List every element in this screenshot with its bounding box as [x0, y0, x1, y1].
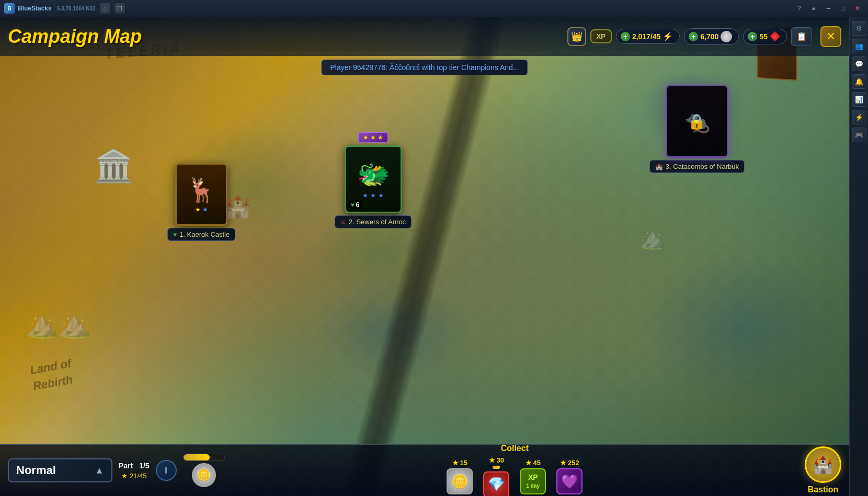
rank-badge: 👑 — [567, 27, 586, 46]
silver-resource[interactable]: + 6,700 — [684, 28, 739, 45]
part-info: Part 1/5 ★ 21/45 — [119, 462, 150, 480]
mountains-decoration: ⛰️⛰️ — [26, 309, 91, 339]
app-name: BlueStacks — [18, 5, 52, 12]
silver-reward-icon: 🪙 — [451, 474, 468, 490]
app-logo: B BlueStacks 5.3.70.1004 N32 — [4, 3, 96, 14]
xp-reward-icon: XP1 day — [527, 474, 540, 490]
app-version: 5.3.70.1004 N32 — [57, 6, 96, 11]
collect-gem-count: 30 — [497, 456, 504, 464]
part-star-icon: ★ — [121, 472, 128, 480]
chat-message: Player 95428776: Ăĉĉōůntš with top tier … — [330, 63, 519, 72]
bottom-star-1: ★ — [362, 192, 368, 199]
chevron-up-icon: ▲ — [95, 465, 104, 476]
energy-plus-icon[interactable]: + — [621, 32, 630, 41]
energy-value: 2,017/45 — [632, 32, 661, 41]
location-1-stars: ★ ★ — [195, 206, 208, 213]
collect-item-xp: ★ 45 XP1 day — [520, 459, 546, 494]
location-2-card: 🐲 ★ ★ ★ ♥ 6 — [345, 145, 402, 213]
energy-bar-widget: 🪙 — [183, 454, 225, 487]
location-3-label: 🏰 3. Catacombs of Narbuk — [649, 160, 745, 173]
close-app-button[interactable]: ✕ — [851, 4, 864, 13]
location-1-marker[interactable]: 🦌 ★ ★ ♥ 1. Kaerok Castle — [167, 163, 235, 241]
collect-shard-star: ★ 252 — [560, 459, 579, 467]
collect-silver-count: 15 — [460, 459, 467, 467]
collect-xp-star: ★ 45 — [526, 459, 541, 467]
collect-star-icon-1: ★ — [452, 459, 459, 467]
heart-count: 6 — [356, 201, 360, 209]
info-button[interactable]: i — [156, 460, 177, 481]
location-3-lock-overlay: 🔒 — [667, 86, 727, 156]
location-2-heart: ♥ 6 — [348, 200, 362, 210]
sidebar-btn-7[interactable]: 🎮 — [852, 128, 866, 142]
sidebar-btn-2[interactable]: 👥 — [852, 39, 866, 53]
sidebar-btn-1[interactable]: ⚙ — [852, 21, 866, 36]
location-2-sword-icon: ⚔ — [340, 218, 346, 226]
collect-xp-count: 45 — [533, 459, 541, 467]
heart-icon: ♥ — [351, 201, 355, 209]
home-icon[interactable]: ⌂ — [100, 3, 110, 14]
bottom-star-3: ★ — [378, 192, 384, 199]
collect-gem-star: ★ 30 — [489, 456, 504, 464]
maximize-button[interactable]: □ — [837, 4, 849, 13]
xp-label: XP — [597, 32, 606, 40]
location-2-marker[interactable]: ★ ★ ★ 🐲 ★ ★ ★ ♥ 6 ⚔ 2. Sewers of Arnoc — [335, 132, 412, 228]
coin-symbol: 🪙 — [197, 468, 211, 482]
window-icon[interactable]: ❐ — [115, 3, 125, 14]
menu-curve-button[interactable]: 📋 — [791, 27, 812, 46]
help-button[interactable]: ? — [793, 4, 805, 13]
title-bar: B BlueStacks 5.3.70.1004 N32 ⌂ ❐ ? ≡ – □… — [0, 0, 868, 17]
bottom-bar: Normal ▲ Part 1/5 ★ 21/45 i 🪙 — [0, 444, 849, 496]
collect-gem-icon: 💎 — [483, 471, 509, 497]
sidebar-btn-6[interactable]: ⚡ — [852, 110, 866, 124]
energy-resource[interactable]: + 2,017/45 ⚡ — [616, 29, 680, 44]
collect-items: ★ 15 🪙 ★ 30 💎 — [447, 456, 583, 497]
location-2-name: 2. Sewers of Arnoc — [349, 218, 406, 226]
star-1: ★ — [363, 134, 369, 141]
gems-value: 55 — [759, 32, 768, 41]
silver-coin-bottom-icon: 🪙 — [192, 463, 216, 487]
minimize-button[interactable]: – — [822, 4, 835, 13]
right-sidebar: ⚙ 👥 💬 🔔 📊 ⚡ 🎮 — [849, 17, 868, 496]
location-1-card: 🦌 ★ ★ — [175, 163, 227, 226]
window-controls: ? ≡ – □ ✕ — [793, 4, 864, 13]
gem-plus-icon[interactable]: + — [748, 32, 757, 41]
energy-bolt-icon: ⚡ — [663, 31, 673, 41]
loc1-star-2: ★ — [202, 206, 208, 213]
silver-value: 6,700 — [700, 32, 718, 41]
sidebar-btn-4[interactable]: 🔔 — [852, 74, 866, 89]
energy-bar-container — [183, 454, 225, 461]
location-2-monster-icon: 🐲 — [357, 159, 390, 190]
location-3-marker[interactable]: 🐀 🔒 🏰 3. Catacombs of Narbuk — [649, 85, 745, 173]
close-icon: ✕ — [826, 30, 836, 43]
shard-reward-icon: 💜 — [561, 474, 578, 490]
collect-star-icon-2: ★ — [489, 456, 495, 464]
gem-reward-icon: 💎 — [488, 476, 505, 492]
bottom-star-2: ★ — [370, 192, 376, 199]
menu-button[interactable]: ≡ — [807, 4, 820, 13]
location-2-bottom-stars: ★ ★ ★ — [362, 192, 384, 199]
collect-star-icon-3: ★ — [526, 459, 532, 467]
resource-bar: 👑 XP + 2,017/45 ⚡ + 6,700 — [567, 26, 841, 47]
mode-selector[interactable]: Normal ▲ — [8, 458, 112, 482]
location-3-card: 🐀 🔒 — [666, 85, 728, 158]
silver-plus-icon[interactable]: + — [689, 32, 698, 41]
location-2-stars: ★ ★ ★ — [358, 132, 389, 143]
bastion-button[interactable]: 🏰 Bastion — [805, 446, 841, 494]
mode-label: Normal — [16, 464, 90, 477]
location-2-label: ⚔ 2. Sewers of Arnoc — [335, 215, 412, 228]
gems-resource[interactable]: + 55 — [743, 29, 787, 44]
title-icons: ⌂ ❐ — [100, 3, 125, 14]
lighthouse-decoration: 🏛️ — [94, 147, 133, 184]
bluestacks-icon: B — [4, 3, 15, 14]
close-button[interactable]: ✕ — [820, 26, 841, 47]
menu-curve-icon: 📋 — [796, 31, 807, 41]
sidebar-btn-3[interactable]: 💬 — [852, 56, 866, 71]
bastion-icon: 🏰 — [805, 446, 841, 483]
mountains2-decoration: ⛰️ — [640, 226, 666, 250]
star-2: ★ — [370, 134, 376, 141]
sidebar-btn-5[interactable]: 📊 — [852, 92, 866, 107]
collect-silver-icon: 🪙 — [447, 468, 473, 494]
location-1-name: 1. Kaerok Castle — [179, 230, 230, 238]
energy-bar-fill — [184, 454, 210, 460]
location-3-lock-icon: 🔒 — [688, 113, 706, 130]
